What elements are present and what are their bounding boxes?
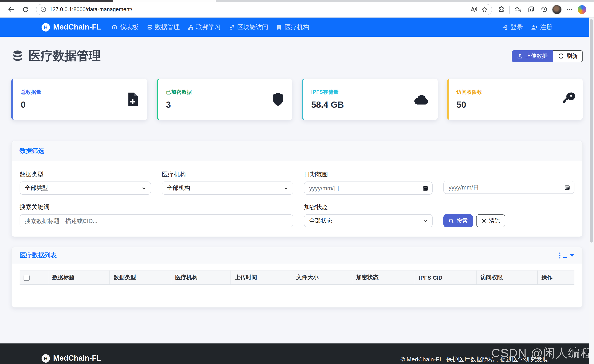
favorite-star-icon[interactable]	[481, 6, 488, 13]
search-icon	[449, 218, 454, 224]
col-upload-time: 上传时间	[230, 271, 292, 285]
footer-logo-icon: H	[41, 354, 50, 362]
upload-data-button[interactable]: 上传数据	[512, 50, 553, 62]
browser-menu-icon[interactable]	[564, 4, 575, 14]
select-all-checkbox[interactable]	[24, 275, 30, 281]
user-plus-icon	[531, 24, 538, 30]
nav-item-federated-learning[interactable]: 联邦学习	[188, 23, 221, 31]
data-type-select[interactable]: 全部类型	[20, 182, 151, 195]
dash-icon	[563, 257, 567, 258]
shield-icon	[272, 92, 284, 107]
sign-in-icon	[502, 24, 508, 30]
favorites-list-icon[interactable]	[513, 4, 523, 14]
col-data-title: 数据标题	[48, 271, 109, 285]
data-list-card: 医疗数据列表 数据标题 数据类型 医疗机构 上传时间	[11, 247, 583, 308]
key-icon	[561, 92, 575, 107]
refresh-icon	[558, 53, 564, 59]
upload-icon	[517, 53, 523, 59]
stat-label: IPFS存储量	[311, 89, 344, 96]
nav-item-dashboard[interactable]: 仪表板	[112, 23, 139, 31]
database-icon	[147, 24, 153, 30]
stat-value: 50	[456, 99, 482, 110]
calendar-icon[interactable]	[564, 184, 570, 190]
nav-item-data-management[interactable]: 数据管理	[147, 23, 180, 31]
refresh-button[interactable]: 刷新	[553, 50, 583, 62]
date-end-input[interactable]	[443, 181, 574, 194]
chevron-down-icon	[423, 218, 428, 223]
list-title: 医疗数据列表	[20, 251, 57, 260]
col-access: 访问权限	[476, 271, 537, 285]
kebab-menu-icon	[559, 253, 560, 259]
stat-value: 58.4 GB	[311, 99, 344, 110]
page-scrollbar[interactable]	[589, 18, 594, 364]
keyword-input[interactable]	[20, 214, 293, 227]
refresh-page-icon[interactable]	[20, 4, 31, 15]
col-ipfs-cid: IPFS CID	[415, 271, 476, 285]
caret-down-icon	[570, 254, 574, 257]
encryption-select[interactable]: 全部状态	[304, 214, 433, 227]
stat-value: 3	[166, 99, 192, 110]
read-aloud-icon[interactable]	[470, 6, 477, 12]
list-menu-toggle[interactable]	[559, 253, 574, 259]
stat-card-access-permissions: 访问权限数 50	[447, 78, 583, 120]
stat-label: 总数据量	[21, 89, 41, 96]
encryption-label: 加密状态	[304, 203, 433, 211]
scrollbar-thumb[interactable]	[590, 19, 593, 242]
select-all-cell	[20, 271, 48, 285]
footer-brand: H MedChain-FL	[41, 354, 101, 363]
page-title: 医疗数据管理	[11, 48, 101, 64]
gauge-icon	[112, 24, 118, 30]
footer: H MedChain-FL © MedChain-FL. 保护医疗数据隐私，促进…	[0, 344, 594, 364]
site-info-icon[interactable]	[40, 6, 46, 12]
filter-card: 数据筛选 数据类型 全部类型 医疗机构 全部机构	[11, 141, 583, 237]
stat-label: 已加密数据	[166, 89, 192, 96]
col-actions: 操作	[537, 271, 574, 285]
x-icon	[481, 218, 486, 223]
col-file-size: 文件大小	[292, 271, 352, 285]
network-nodes-icon	[188, 24, 194, 30]
col-institution: 医疗机构	[171, 271, 230, 285]
cloud-icon	[414, 92, 430, 106]
date-start-input[interactable]	[304, 182, 433, 195]
data-type-label: 数据类型	[20, 171, 151, 178]
profile-avatar[interactable]	[552, 5, 562, 14]
copilot-icon[interactable]	[578, 5, 587, 14]
date-range-label: 日期范围	[304, 171, 433, 178]
chevron-down-icon	[284, 186, 288, 190]
stat-card-encrypted: 已加密数据 3	[156, 78, 292, 120]
file-medical-icon	[126, 92, 139, 107]
stat-label: 访问权限数	[456, 89, 482, 96]
brand[interactable]: H MedChain-FL	[41, 23, 101, 32]
extensions-icon[interactable]	[496, 4, 506, 14]
institution-label: 医疗机构	[162, 171, 293, 178]
stat-value: 0	[21, 99, 41, 110]
login-link[interactable]: 登录	[502, 23, 523, 31]
browser-tabstrip	[0, 0, 594, 2]
hospital-building-icon	[276, 24, 282, 30]
back-icon[interactable]	[6, 4, 17, 15]
stat-card-ipfs-storage: IPFS存储量 58.4 GB	[302, 78, 438, 120]
collections-icon[interactable]	[526, 4, 536, 14]
toolbar-divider	[509, 5, 510, 13]
stat-card-total-data: 总数据量 0	[11, 78, 147, 120]
browser-toolbar: 127.0.0.1:8000/data-management/	[0, 2, 594, 18]
calendar-icon[interactable]	[423, 185, 428, 191]
history-icon[interactable]	[539, 4, 549, 14]
clear-button[interactable]: 清除	[476, 214, 505, 227]
url-text[interactable]: 127.0.0.1:8000/data-management/	[49, 6, 466, 12]
medical-data-table: 数据标题 数据类型 医疗机构 上传时间 文件大小 加密状态 IPFS CID 访…	[20, 270, 574, 285]
address-bar[interactable]: 127.0.0.1:8000/data-management/	[36, 4, 492, 15]
search-button[interactable]: 搜索	[443, 214, 473, 227]
institution-select[interactable]: 全部机构	[162, 182, 293, 195]
col-data-type: 数据类型	[109, 271, 171, 285]
nav-item-blockchain[interactable]: 区块链访问	[229, 23, 268, 31]
brand-name: MedChain-FL	[53, 23, 101, 32]
database-title-icon	[11, 50, 24, 62]
col-encryption-status: 加密状态	[352, 271, 415, 285]
filter-title: 数据筛选	[20, 147, 44, 155]
watermark: CSDN @闲人编程	[491, 345, 593, 361]
app-navbar: H MedChain-FL 仪表板 数据管理 联邦学习 区块链访问 医疗	[0, 18, 594, 37]
brand-logo-icon: H	[41, 23, 50, 31]
nav-item-institutions[interactable]: 医疗机构	[276, 23, 309, 31]
register-link[interactable]: 注册	[531, 23, 553, 31]
